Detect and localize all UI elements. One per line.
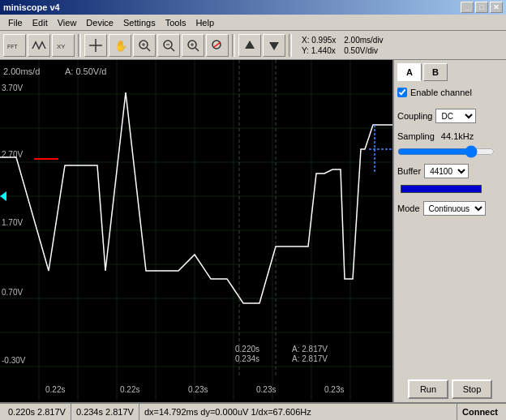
maximize-button[interactable]: □: [475, 2, 488, 13]
sampling-row: Sampling 44.1kHz: [397, 131, 503, 141]
menu-view[interactable]: View: [53, 16, 82, 29]
svg-text:0.220s: 0.220s: [235, 345, 259, 354]
title-bar-controls: _ □ ✕: [461, 2, 503, 13]
toolbar-sep1: [78, 34, 81, 57]
svg-text:XY: XY: [57, 43, 66, 50]
minimize-button[interactable]: _: [461, 2, 474, 13]
menu-bar: File Edit View Device Settings Tools Hel…: [0, 15, 506, 31]
coupling-label: Coupling: [397, 111, 432, 121]
svg-marker-18: [245, 41, 255, 49]
status-bar: 0.220s 2.817V 0.234s 2.817V dx=14.792ms …: [0, 402, 506, 420]
menu-edit[interactable]: Edit: [28, 16, 53, 29]
svg-text:A: 0.50V/d: A: 0.50V/d: [65, 66, 106, 76]
svg-line-13: [195, 48, 199, 51]
sampling-value: 44.1kHz: [441, 131, 474, 141]
svg-text:A: 2.817V: A: 2.817V: [292, 345, 328, 354]
status-connect[interactable]: Connect: [457, 404, 503, 420]
menu-device[interactable]: Device: [81, 16, 118, 29]
toolbar-time-div: 2.00ms/div 0.50V/div: [344, 35, 383, 56]
enable-channel-checkbox[interactable]: [397, 88, 407, 97]
sampling-slider-container: [397, 146, 503, 157]
svg-text:0.22s: 0.22s: [45, 385, 65, 394]
svg-marker-19: [269, 42, 279, 50]
toolbar-sep3: [289, 34, 292, 57]
status-seg1: 0.220s 2.817V: [3, 404, 71, 420]
buffer-label: Buffer: [397, 166, 421, 176]
stop-button[interactable]: Stop: [452, 379, 492, 399]
channel-tab-a[interactable]: A: [397, 63, 422, 81]
svg-text:0.234s: 0.234s: [235, 354, 259, 363]
mode-row: Mode Continuous Single Normal: [397, 201, 503, 216]
svg-text:-0.30V: -0.30V: [2, 356, 26, 365]
title-bar: miniscope v4 _ □ ✕: [0, 0, 506, 15]
svg-text:0.70V: 0.70V: [2, 288, 23, 297]
svg-text:✋: ✋: [114, 39, 128, 53]
svg-text:0.23s: 0.23s: [188, 385, 208, 394]
menu-help[interactable]: Help: [191, 16, 219, 29]
svg-line-6: [147, 48, 150, 51]
sampling-slider[interactable]: [397, 146, 495, 157]
svg-text:0.22s: 0.22s: [120, 385, 139, 394]
status-seg3: dx=14.792ms dy=0.000uV 1/dx=67.606Hz: [139, 404, 457, 420]
coupling-select[interactable]: DC AC GND: [435, 109, 476, 123]
scope-display[interactable]: 3.70V 2.70V 1.70V 0.70V -0.30V 0.22s 0.2…: [0, 60, 392, 402]
menu-tools[interactable]: Tools: [161, 16, 191, 29]
svg-text:1.70V: 1.70V: [2, 218, 23, 227]
enable-channel-row: Enable channel: [397, 88, 503, 97]
toolbar: FFT XY ✋ X: 0.995x Y: 1.440x 2.00ms/div …: [0, 31, 506, 60]
svg-text:A: 2.817V: A: 2.817V: [292, 354, 328, 363]
mode-label: Mode: [397, 204, 420, 213]
xy-button[interactable]: XY: [52, 34, 75, 57]
zoom-in-button[interactable]: [133, 34, 156, 57]
scope-button[interactable]: [28, 34, 50, 57]
sampling-label: Sampling: [397, 131, 435, 141]
toolbar-sep2: [232, 34, 235, 57]
run-stop-row: Run Stop: [397, 379, 503, 399]
channel-tab-b[interactable]: B: [423, 63, 448, 81]
buffer-select[interactable]: 44100 22050 11025: [424, 164, 469, 178]
menu-settings[interactable]: Settings: [118, 16, 161, 29]
scope-canvas: 3.70V 2.70V 1.70V 0.70V -0.30V 0.22s 0.2…: [0, 60, 392, 402]
close-button[interactable]: ✕: [490, 2, 503, 13]
toolbar-coords: X: 0.995x Y: 1.440x: [302, 35, 336, 56]
zoom-out-button[interactable]: [157, 34, 180, 57]
buffer-row: Buffer 44100 22050 11025: [397, 164, 503, 178]
zoom-in2-button[interactable]: [182, 34, 204, 57]
status-seg2: 0.234s 2.817V: [71, 404, 139, 420]
run-button[interactable]: Run: [408, 379, 448, 399]
channel-tabs: A B: [397, 63, 503, 81]
right-panel: A B Enable channel Coupling DC AC GND Sa…: [392, 60, 506, 402]
coupling-row: Coupling DC AC GND: [397, 109, 503, 123]
main-area: 3.70V 2.70V 1.70V 0.70V -0.30V 0.22s 0.2…: [0, 60, 506, 402]
trig-up-button[interactable]: [238, 34, 261, 57]
buffer-progress-bar: [401, 185, 482, 193]
zoom-stop-button[interactable]: [206, 34, 229, 57]
fft-button[interactable]: FFT: [3, 34, 26, 57]
svg-text:0.23s: 0.23s: [256, 385, 276, 394]
svg-line-10: [171, 48, 174, 51]
svg-text:3.70V: 3.70V: [2, 84, 23, 92]
enable-channel-label: Enable channel: [410, 88, 472, 97]
mode-select[interactable]: Continuous Single Normal: [423, 201, 486, 216]
menu-file[interactable]: File: [3, 16, 28, 29]
svg-text:0.23s: 0.23s: [324, 385, 344, 394]
cursor-add-button[interactable]: [84, 34, 107, 57]
trig-down-button[interactable]: [263, 34, 285, 57]
hand-button[interactable]: ✋: [109, 34, 131, 57]
window-title: miniscope v4: [3, 2, 60, 12]
svg-text:2.00ms/d: 2.00ms/d: [3, 66, 40, 76]
svg-text:FFT: FFT: [7, 44, 19, 49]
